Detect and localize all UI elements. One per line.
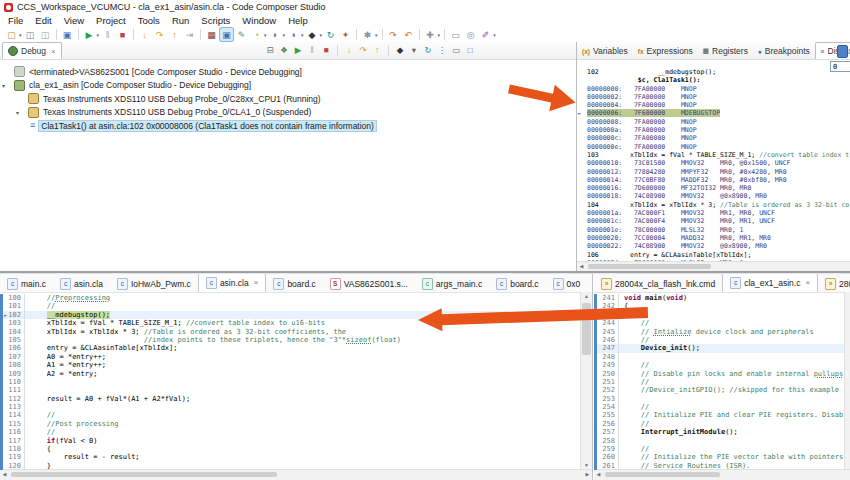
dropdown-arrow-icon[interactable]: ▾ <box>301 32 304 38</box>
editor-tab-board-c[interactable]: cboard.c <box>489 275 545 292</box>
close-icon[interactable]: × <box>51 47 56 56</box>
editor-tab-iohwab-pwm-c[interactable]: cIoHwAb_Pwm.c <box>110 275 198 292</box>
maximize-icon[interactable]: □ <box>464 44 476 56</box>
flash-icon[interactable]: ◆ <box>306 28 319 41</box>
editor-tab-asin-cla[interactable]: casin.cla× <box>198 274 267 292</box>
editor-hscrollbar[interactable] <box>0 469 592 480</box>
editor-tab-main-c[interactable]: cmain.c <box>0 275 53 292</box>
scrollbar-thumb[interactable] <box>588 264 711 269</box>
suspend-icon[interactable]: ‖ <box>101 28 114 41</box>
refresh-icon[interactable]: ↻ <box>422 44 434 56</box>
sync-icon[interactable]: ↻ <box>324 28 337 41</box>
menu-tools[interactable]: Tools <box>132 15 166 26</box>
step-into-icon[interactable]: ↓ <box>343 44 355 56</box>
highlight-pc-icon[interactable]: ▣ <box>220 28 233 41</box>
editor-vscrollbar[interactable] <box>580 292 592 470</box>
scroll-left-icon[interactable] <box>594 470 603 480</box>
scroll-right-icon[interactable] <box>583 470 592 480</box>
editor-tab-vas862s001-s-[interactable]: SVAS862S001.s... <box>323 275 415 292</box>
search-icon[interactable]: ◎ <box>464 28 477 41</box>
editor-tab-28004x-cla-flash-lnk-cmd[interactable]: »28004x_cla_flash_lnk.cmd <box>594 275 722 292</box>
wrench-icon[interactable]: ✚ <box>424 28 437 41</box>
save-all-icon[interactable]: ◫ <box>39 28 52 41</box>
dropdown-arrow-icon[interactable]: ▾ <box>97 32 100 38</box>
editor-tab-asin-cla[interactable]: casin.cla <box>53 275 110 292</box>
pin-icon[interactable]: ✎ <box>235 28 248 41</box>
dropdown-arrow-icon[interactable]: ▾ <box>283 32 286 38</box>
editor-tab-args-main-c[interactable]: cargs_main.c <box>415 275 489 292</box>
settings-icon[interactable]: ✱ <box>361 28 374 41</box>
dropdown-arrow-icon[interactable]: ▾ <box>375 32 378 38</box>
memory-browser-icon[interactable]: ▦ <box>205 28 218 41</box>
debug-launch-icon[interactable]: ▶ <box>83 28 96 41</box>
paint-icon[interactable]: ✦ <box>339 28 352 41</box>
menu-view[interactable]: View <box>58 15 90 26</box>
terminal-icon[interactable]: ▣ <box>61 28 74 41</box>
dropdown-arrow-icon[interactable]: ▾ <box>438 32 441 38</box>
tab-expressions[interactable]: fxExpressions <box>633 43 698 59</box>
menu-scripts[interactable]: Scripts <box>195 15 236 26</box>
profile-clock-icon[interactable]: ◔ <box>250 28 263 41</box>
trace-b-icon[interactable]: ◖ <box>287 28 300 41</box>
scrollbar-thumb[interactable] <box>605 472 720 477</box>
menu-run[interactable]: Run <box>166 15 195 26</box>
editor-hscrollbar[interactable] <box>594 469 850 480</box>
debug-config-icon[interactable]: ❖ <box>278 44 290 56</box>
scroll-left-icon[interactable] <box>0 470 9 480</box>
dropdown-arrow-icon[interactable]: ▾ <box>493 32 496 38</box>
menu-project[interactable]: Project <box>90 15 132 26</box>
editor-tab-28004x-generic[interactable]: »28004x_generic <box>818 275 850 292</box>
editor-tab-0x0[interactable]: c0x0 <box>546 275 588 292</box>
close-icon[interactable]: × <box>805 278 810 287</box>
editor-vscrollbar[interactable] <box>844 292 850 470</box>
debug-tree-item[interactable]: ▾Texas Instruments XDS110 USB Debug Prob… <box>0 106 576 120</box>
terminate-icon[interactable]: ■ <box>116 28 129 41</box>
expander-icon[interactable]: ▾ <box>2 82 10 89</box>
source-code-area[interactable]: 241void main(void)242{243244 //245 // In… <box>594 292 845 470</box>
tab-registers[interactable]: ▦Registers <box>698 43 753 59</box>
terminate-icon[interactable]: ■ <box>320 44 332 56</box>
menu-window[interactable]: Window <box>236 15 282 26</box>
new-icon[interactable]: ▢ <box>5 28 18 41</box>
instruction-step-icon[interactable]: ⇥ <box>183 28 196 41</box>
menu-help[interactable]: Help <box>282 15 314 26</box>
window-icon[interactable]: ▭ <box>449 28 462 41</box>
disassembly-listing[interactable]: 102 __mdebugstop(); $c, Cla1Task1():0000… <box>577 59 850 265</box>
dropdown-arrow-icon[interactable]: ▾ <box>320 32 323 38</box>
trace-a-icon[interactable]: ◗ <box>269 28 282 41</box>
tab-variables[interactable]: (x)Variables <box>577 43 633 59</box>
minimize-icon[interactable]: ▭ <box>450 44 462 56</box>
debug-tree-item[interactable]: ≡Cla1Task1() at asin.cla:102 0x00008006 … <box>0 119 576 133</box>
step-over-icon[interactable]: ↷ <box>153 28 166 41</box>
view-menu-icon[interactable]: ⋮ <box>436 44 448 56</box>
debug-tree-item[interactable]: Texas Instruments XDS110 USB Debug Probe… <box>0 92 576 106</box>
resume-icon[interactable]: ▶ <box>292 44 304 56</box>
step-over-icon[interactable]: ↷ <box>357 44 369 56</box>
annotate-icon[interactable]: ✐ <box>479 28 492 41</box>
debug-launch-tree[interactable]: <terminated>VAS862S001 [Code Composer St… <box>0 60 576 133</box>
menu-edit[interactable]: Edit <box>29 15 57 26</box>
debug-tree-item[interactable]: <terminated>VAS862S001 [Code Composer St… <box>0 65 576 79</box>
scrollbar-thumb[interactable] <box>582 303 591 355</box>
suspend-icon[interactable]: ‖ <box>306 44 318 56</box>
step-back-icon[interactable]: ↶ <box>402 28 415 41</box>
dropdown-arrow-icon[interactable]: ▾ <box>19 32 22 38</box>
close-icon[interactable]: × <box>254 278 259 287</box>
editor-tab-cla-ex1-asin-c[interactable]: ccla_ex1_asin.c× <box>722 274 818 292</box>
step-return-icon[interactable]: ↑ <box>371 44 383 56</box>
menu-file[interactable]: File <box>2 15 29 26</box>
tab-breakpoints[interactable]: ●Breakpoints <box>753 43 815 59</box>
dropdown-icon[interactable]: ▾ <box>408 44 420 56</box>
save-icon[interactable]: ◫ <box>24 28 37 41</box>
dropdown-arrow-icon[interactable]: ▾ <box>264 32 267 38</box>
source-code-area[interactable]: 100 //Preprocessing101 //►102 __mdebugst… <box>0 292 581 470</box>
expander-icon[interactable]: ▾ <box>16 109 24 116</box>
scrollbar-thumb[interactable] <box>11 472 277 477</box>
step-into-icon[interactable]: ↓ <box>138 28 151 41</box>
step-return-icon[interactable]: ↑ <box>168 28 181 41</box>
scroll-left-icon[interactable] <box>577 262 586 271</box>
disassembly-hscrollbar[interactable] <box>577 261 850 271</box>
view-menu-icon[interactable] <box>837 45 848 58</box>
scroll-up-icon[interactable] <box>581 292 592 301</box>
tab-debug[interactable]: Debug × <box>2 42 62 59</box>
